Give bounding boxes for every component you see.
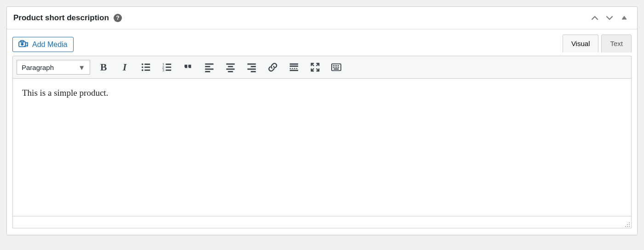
svg-rect-40	[338, 65, 339, 66]
chevron-up-icon	[591, 14, 598, 22]
triangle-up-icon	[621, 14, 628, 22]
svg-rect-32	[292, 68, 293, 69]
svg-rect-22	[228, 66, 233, 67]
svg-rect-14	[166, 64, 171, 65]
fullscreen-button[interactable]	[309, 61, 321, 73]
svg-rect-19	[205, 69, 213, 70]
svg-rect-29	[290, 64, 298, 65]
svg-point-48	[629, 224, 630, 225]
chevron-down-icon	[606, 14, 613, 22]
media-tab-row: Add Media Visual Text	[12, 34, 632, 52]
svg-point-6	[142, 66, 144, 68]
svg-rect-37	[333, 65, 334, 66]
product-short-description-metabox: Product short description ?	[6, 6, 638, 235]
svg-rect-15	[166, 67, 171, 68]
resize-handle[interactable]	[624, 221, 630, 227]
toolbar-icon-group: B I 1 2 3	[98, 61, 342, 73]
align-center-icon	[225, 62, 236, 72]
svg-point-3	[24, 46, 26, 47]
svg-rect-16	[166, 70, 171, 71]
resize-grip-icon	[624, 221, 630, 227]
align-right-button[interactable]	[246, 61, 258, 73]
svg-rect-24	[228, 71, 233, 72]
tab-text[interactable]: Text	[601, 35, 632, 52]
toggle-panel-button[interactable]	[618, 12, 631, 24]
svg-rect-44	[338, 67, 339, 68]
align-center-button[interactable]	[224, 61, 236, 73]
add-media-label: Add Media	[32, 40, 68, 49]
svg-rect-41	[333, 67, 334, 68]
help-icon[interactable]: ?	[114, 14, 122, 22]
format-select[interactable]: Paragraph ▼	[17, 60, 90, 75]
link-icon	[268, 62, 278, 72]
svg-rect-28	[251, 71, 256, 72]
svg-rect-38	[334, 65, 335, 66]
bold-button[interactable]: B	[98, 61, 109, 73]
svg-rect-34	[296, 68, 298, 69]
keyboard-icon	[331, 62, 341, 72]
svg-point-2	[21, 43, 23, 46]
tab-visual[interactable]: Visual	[563, 35, 599, 52]
svg-point-46	[629, 222, 630, 223]
insert-more-button[interactable]	[288, 61, 300, 73]
editor-content-area[interactable]: This is a simple product.	[12, 78, 632, 216]
read-more-icon	[289, 62, 299, 72]
svg-point-50	[627, 226, 628, 227]
svg-rect-42	[334, 67, 335, 68]
svg-rect-21	[226, 64, 235, 65]
numbered-list-icon: 1 2 3	[162, 62, 172, 72]
svg-rect-17	[205, 64, 213, 65]
metabox-header: Product short description ?	[7, 7, 637, 29]
editor-toolbar: Paragraph ▼ B I 1 2 3	[12, 56, 632, 78]
svg-rect-10	[144, 70, 150, 71]
panel-title: Product short description	[13, 12, 109, 23]
svg-point-51	[629, 226, 630, 227]
svg-text:3: 3	[162, 68, 164, 72]
svg-rect-39	[336, 65, 337, 66]
camera-music-icon	[18, 40, 29, 48]
move-down-button[interactable]	[603, 12, 616, 24]
fullscreen-icon	[310, 62, 320, 72]
metabox-body: Add Media Visual Text Paragraph ▼ B I	[7, 29, 637, 235]
svg-point-4	[26, 45, 28, 47]
toolbar-toggle-button[interactable]	[330, 61, 342, 73]
svg-point-49	[625, 226, 626, 227]
align-left-icon	[204, 62, 214, 72]
bullet-list-icon	[141, 62, 151, 72]
svg-rect-18	[205, 66, 210, 67]
bullet-list-button[interactable]	[140, 61, 152, 73]
blockquote-button[interactable]	[182, 61, 194, 73]
svg-rect-45	[334, 69, 339, 70]
svg-point-47	[627, 224, 628, 225]
svg-rect-25	[247, 64, 256, 65]
svg-rect-27	[247, 69, 256, 70]
svg-rect-20	[205, 71, 210, 72]
svg-rect-8	[144, 64, 150, 65]
svg-rect-23	[226, 69, 235, 70]
quote-icon	[183, 62, 193, 72]
format-select-value: Paragraph	[22, 63, 54, 72]
align-left-button[interactable]	[203, 61, 215, 73]
svg-point-7	[142, 70, 144, 71]
editor-tabs: Visual Text	[560, 35, 632, 52]
italic-button[interactable]: I	[119, 61, 131, 73]
svg-rect-26	[251, 66, 256, 67]
numbered-list-button[interactable]: 1 2 3	[161, 61, 173, 73]
svg-rect-1	[21, 41, 24, 42]
align-right-icon	[247, 62, 257, 72]
insert-link-button[interactable]	[267, 61, 279, 73]
svg-rect-31	[290, 68, 291, 69]
svg-rect-9	[144, 67, 150, 68]
move-up-button[interactable]	[588, 12, 601, 24]
svg-rect-35	[290, 70, 298, 71]
add-media-button[interactable]: Add Media	[12, 37, 74, 52]
svg-rect-43	[336, 67, 337, 68]
svg-point-5	[142, 64, 144, 65]
svg-rect-30	[290, 65, 298, 67]
editor-status-bar	[12, 216, 632, 228]
svg-rect-33	[294, 68, 295, 69]
caret-down-icon: ▼	[78, 63, 85, 72]
